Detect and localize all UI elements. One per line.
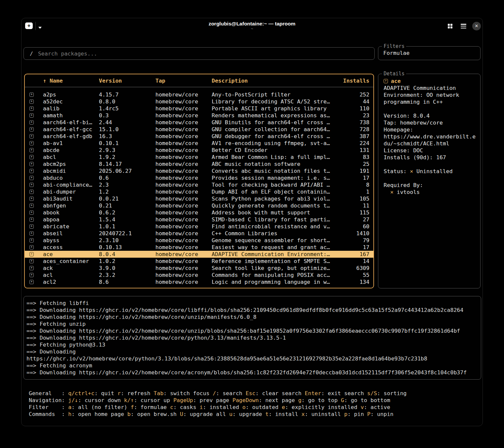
text: : open brew.sh: [131, 411, 180, 417]
cell-tap: homebrew/core: [155, 251, 212, 258]
table-row[interactable]: >abi-compliance…2.3homebrew/coreTool for…: [25, 181, 373, 188]
table-row[interactable]: >a52dec0.8.0homebrew/coreLibrary for dec…: [25, 98, 373, 105]
details-line: https://www.dre.vanderbilt.e: [384, 133, 477, 140]
text: Filter :: [29, 404, 68, 410]
cell-version: 2.9.3: [99, 147, 155, 154]
table-row[interactable]: >aarch64-elf-gcc15.1.0homebrew/coreGNU c…: [25, 126, 373, 133]
table-row[interactable]: >a2ps4.15.7homebrew/coreAny-to-PostScrip…: [25, 91, 373, 98]
hotkey: j/↓: [68, 397, 78, 403]
cell-tap: homebrew/core: [155, 237, 212, 244]
table-row[interactable]: >ack3.9.0homebrew/coreSearch tool like g…: [25, 265, 373, 272]
text: Version: 8.0.4: [384, 113, 430, 119]
table-row[interactable]: >aces_container1.0.2homebrew/coreReferen…: [25, 258, 373, 265]
row-icon-cell: >: [25, 202, 43, 209]
text: Status:: [384, 168, 410, 174]
table-row[interactable]: >abricate1.0.1homebrew/coreFind antimicr…: [25, 223, 373, 230]
table-row[interactable]: >abyss2.3.10homebrew/coreGenome sequence…: [25, 237, 373, 244]
row-icon-cell: >: [25, 91, 43, 98]
table-row[interactable]: >abcmidi2025.06.27homebrew/coreConverts …: [25, 168, 373, 174]
row-icon-cell: >: [25, 258, 43, 265]
terminal-icon: >: [29, 141, 34, 145]
table-body: >a2ps4.15.7homebrew/coreAny-to-PostScrip…: [25, 87, 373, 285]
table-row[interactable]: >abcm2ps8.14.17homebrew/coreABC music no…: [25, 161, 373, 168]
log-line: ==> Downloading https://ghcr.io/v2/homeb…: [26, 334, 478, 341]
table-row[interactable]: >abcde2.9.3homebrew/coreBetter CD Encode…: [25, 147, 373, 154]
log-line: ==> Downloading: [26, 348, 478, 355]
table-row[interactable]: >aalib1.4rc5homebrew/corePortable ASCII …: [25, 105, 373, 112]
terminal-icon: >: [29, 106, 34, 111]
text: : refresh: [121, 390, 153, 396]
cell-version: 0.6: [99, 174, 155, 181]
row-icon-cell: >: [25, 209, 43, 216]
table-row[interactable]: >abi3audit0.0.21homebrew/coreScans Pytho…: [25, 195, 373, 202]
cell-installs: 14: [335, 258, 369, 265]
table-row[interactable]: >aarch64-elf-bi…2.44homebrew/coreGNU Bin…: [25, 119, 373, 126]
cell-name: aarch64-elf-bi…: [43, 119, 99, 126]
cell-installs: 191: [335, 168, 369, 174]
table-row[interactable]: >aamath0.3homebrew/coreRenders mathemati…: [25, 112, 373, 119]
table-row[interactable]: >ab-av10.10.1homebrew/coreAV1 re-encodin…: [25, 140, 373, 147]
search-input[interactable]: / Search packages...: [23, 47, 375, 60]
table-row[interactable]: >access0.10.13homebrew/coreEasiest way t…: [25, 244, 373, 251]
table-row[interactable]: >acl28.6homebrew/coreLogic and programmi…: [25, 279, 373, 285]
cell-tap: homebrew/core: [155, 98, 212, 105]
table-row[interactable]: >abpoa1.5.4homebrew/coreSIMD-based C lib…: [25, 216, 373, 223]
text: : cursor up: [134, 397, 173, 403]
table-row[interactable]: >ace8.0.4homebrew/coreADAPTIVE Communica…: [25, 251, 373, 258]
text: programming in C++: [384, 99, 443, 105]
search-prefix: /: [30, 50, 33, 57]
text: : active: [364, 404, 390, 410]
help-lines: General : q/ctrl+c: quit r: refresh Tab:…: [29, 390, 479, 418]
text: Uninstalled: [413, 168, 452, 174]
table-row[interactable]: >abcl1.9.2homebrew/coreArmed Bear Common…: [25, 154, 373, 161]
package-table: ↑ Name Version Tap Description Installs …: [24, 74, 374, 288]
screen: { "colors":{ "accent":"#e9b566","sel-bg"…: [0, 0, 504, 448]
text: : prev page: [193, 397, 232, 403]
table-row[interactable]: >acl2.3.2homebrew/coreCommands for manip…: [25, 272, 373, 279]
row-icon-cell: >: [25, 188, 43, 195]
cell-installs: 23: [335, 112, 369, 119]
text: : explicitly installed: [285, 404, 360, 410]
details-line: Installs (90d): 167: [384, 154, 477, 161]
log-line: ==> Downloading https://ghcr.io/v2/homeb…: [26, 327, 478, 334]
cell-desc: Any-to-PostScript filter: [212, 91, 335, 98]
hotkey: c: [170, 404, 173, 410]
cell-version: 0.10.13: [99, 244, 155, 251]
search-placeholder: Search packages...: [38, 50, 97, 57]
cell-desc: Renders mathematical expressions as…: [212, 112, 335, 119]
cell-version: 4.15.7: [99, 91, 155, 98]
close-button[interactable]: ✕: [472, 22, 481, 30]
menu-button[interactable]: [461, 24, 466, 28]
cell-version: 1.0.1: [99, 223, 155, 230]
help-line: General : q/ctrl+c: quit r: refresh Tab:…: [29, 390, 479, 397]
tab-overview-button[interactable]: [448, 24, 452, 28]
cell-version: 0.3: [99, 112, 155, 119]
cell-version: 8.14.17: [99, 161, 155, 168]
cell-installs: 6309: [335, 265, 369, 272]
row-icon-cell: >: [25, 105, 43, 112]
row-icon-cell: >: [25, 174, 43, 181]
table-row[interactable]: >abnfgen0.21homebrew/coreQuickly generat…: [25, 202, 373, 209]
terminal-icon: >: [29, 217, 34, 222]
cell-name: abi-dumper: [43, 188, 99, 195]
text: ivtools: [394, 189, 420, 195]
cell-name: aamath: [43, 112, 99, 119]
hotkey: o: [242, 404, 246, 410]
log-line: ==> Downloading https://ghcr.io/v2/homeb…: [26, 307, 478, 314]
cell-name: ace: [43, 251, 99, 258]
log-line: ==> Fetching libffi: [26, 300, 478, 307]
table-row[interactable]: >aarch64-elf-gdb16.3homebrew/coreGNU deb…: [25, 133, 373, 140]
text: : upgrade all: [183, 411, 229, 417]
table-row[interactable]: >abseil20240722.1homebrew/coreC++ Common…: [25, 230, 373, 237]
cell-desc: ADAPTIVE Communication Environment:…: [212, 251, 335, 258]
table-row[interactable]: >abook0.6.2homebrew/coreAddress book wit…: [25, 209, 373, 216]
hotkey: t: [265, 411, 269, 417]
cell-installs: 131: [335, 147, 369, 154]
table-row[interactable]: >abduco0.6homebrew/coreProvides session …: [25, 174, 373, 181]
row-icon-cell: >: [25, 195, 43, 202]
table-row[interactable]: >abi-dumper1.2homebrew/coreDump ABI of a…: [25, 188, 373, 195]
cell-desc: Search tool like grep, but optimize…: [212, 265, 335, 272]
cell-version: 0.10.1: [99, 140, 155, 147]
cell-name: aarch64-elf-gcc: [43, 126, 99, 133]
cell-name: aces_container: [43, 258, 99, 265]
